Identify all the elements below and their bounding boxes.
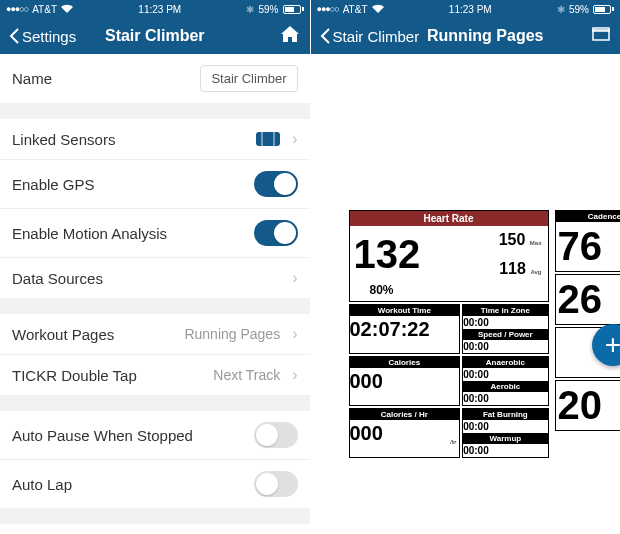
nav-bar: Settings Stair Climber (0, 18, 310, 54)
clock: 11:23 PM (138, 4, 181, 15)
row-label: Data Sources (12, 270, 103, 287)
hr-avg: 118 (499, 260, 526, 277)
linked-sensors-row[interactable]: Linked Sensors › (0, 119, 310, 159)
row-label: Auto Lap (12, 476, 72, 493)
chevron-right-icon: › (292, 366, 297, 384)
anaerobic-value: 00:00 (463, 368, 547, 381)
row-value: Running Pages (184, 326, 280, 342)
workout-time-value: 02:07:22 (350, 316, 460, 343)
chevron-right-icon: › (292, 269, 297, 287)
auto-lap-row: Auto Lap (0, 459, 310, 508)
tile-header: Speed / Power (463, 329, 547, 340)
back-button[interactable]: Settings (8, 28, 76, 45)
auto-pause-row: Auto Pause When Stopped (0, 411, 310, 459)
row-label: Enable Motion Analysis (12, 225, 167, 242)
carrier-label: AT&T (32, 4, 57, 15)
data-sources-row[interactable]: Data Sources › (0, 257, 310, 298)
hr-tile: Heart Rate 132 150 Max 118 Avg 80% (349, 210, 549, 302)
row-label: TICKR Double Tap (12, 367, 137, 384)
tile-header: Workout Time (350, 305, 460, 316)
plus-icon: + (605, 329, 620, 361)
hr-value: 132 (350, 226, 481, 283)
nav-bar: Stair Climber Running Pages (311, 18, 621, 54)
clock: 11:23 PM (449, 4, 492, 15)
left-screenshot: ●●●○○ AT&T 11:23 PM ✱ 59% Settings Stair… (0, 0, 311, 534)
time-zone-value: 00:00 (463, 316, 547, 329)
bluetooth-icon: ✱ (246, 4, 254, 15)
tile-header: Anaerobic (463, 357, 547, 368)
sensor-icon (256, 132, 280, 146)
motion-toggle[interactable] (254, 220, 298, 246)
home-button[interactable] (280, 25, 300, 47)
enable-motion-row: Enable Motion Analysis (0, 208, 310, 257)
chevron-right-icon: › (292, 325, 297, 343)
cal-hr-value: 000/hr (350, 420, 460, 447)
tickr-row[interactable]: TICKR Double Tap Next Track› (0, 354, 310, 395)
name-label: Name (12, 70, 52, 87)
name-input[interactable]: Stair Climber (200, 65, 297, 92)
settings-list: Name Stair Climber Linked Sensors › Enab… (0, 54, 310, 534)
back-button[interactable]: Stair Climber (319, 28, 420, 45)
enable-gps-row: Enable GPS (0, 159, 310, 208)
tile-header: Cadence (556, 211, 621, 222)
calories-value: 000 (350, 368, 460, 395)
chevron-left-icon (319, 28, 331, 44)
row-value: Next Track (213, 367, 280, 383)
name-row[interactable]: Name Stair Climber (0, 54, 310, 103)
tile-header: Calories / Hr (350, 409, 460, 420)
aerobic-value: 00:00 (463, 392, 547, 405)
carrier-label: AT&T (343, 4, 368, 15)
wifi-icon (61, 4, 73, 15)
tile-header: Heart Rate (350, 211, 548, 226)
row-label: Linked Sensors (12, 131, 115, 148)
signal-dots: ●●●○○ (6, 4, 28, 14)
row-label: Auto Pause When Stopped (12, 427, 193, 444)
status-bar: ●●●○○ AT&T 11:23 PM ✱ 59% (311, 0, 621, 18)
right-screenshot: ●●●○○ AT&T 11:23 PM ✱ 59% Stair Climber … (311, 0, 621, 534)
cadence-value: 76 (556, 222, 621, 271)
folder-button[interactable] (592, 27, 610, 45)
pages-preview[interactable]: Heart Rate 132 150 Max 118 Avg 80% Worko… (311, 54, 621, 534)
warmup-value: 00:00 (463, 444, 547, 457)
tile-header: Fat Burning (463, 409, 547, 420)
hr-percent: 80% (350, 283, 548, 301)
home-icon (280, 25, 300, 43)
auto-pause-toggle[interactable] (254, 422, 298, 448)
side-value-2: 26 (556, 275, 621, 324)
row-label: Enable GPS (12, 176, 95, 193)
battery-icon (283, 5, 304, 14)
signal-dots: ●●●○○ (317, 4, 339, 14)
tile-header: Warmup (463, 433, 547, 444)
chevron-left-icon (8, 28, 20, 44)
battery-pct: 59% (569, 4, 589, 15)
wifi-icon (372, 4, 384, 15)
status-bar: ●●●○○ AT&T 11:23 PM ✱ 59% (0, 0, 310, 18)
data-page-main[interactable]: Heart Rate 132 150 Max 118 Avg 80% Worko… (349, 210, 549, 460)
folder-icon (592, 27, 610, 41)
tile-header: Time in Zone (463, 305, 547, 316)
audio-row[interactable]: Audio Announcements › (0, 524, 310, 534)
tile-header: Calories (350, 357, 460, 368)
data-page-side[interactable]: Cadence 76 26 4 20 (555, 210, 621, 433)
chevron-right-icon: › (292, 130, 297, 148)
auto-lap-toggle[interactable] (254, 471, 298, 497)
hr-max: 150 (499, 231, 526, 248)
workout-pages-row[interactable]: Workout Pages Running Pages› (0, 314, 310, 354)
bluetooth-icon: ✱ (557, 4, 565, 15)
battery-icon (593, 5, 614, 14)
row-label: Workout Pages (12, 326, 114, 343)
side-value-4: 20 (556, 381, 621, 430)
battery-pct: 59% (258, 4, 278, 15)
fat-value: 00:00 (463, 420, 547, 433)
tile-header: Aerobic (463, 381, 547, 392)
gps-toggle[interactable] (254, 171, 298, 197)
back-label: Settings (22, 28, 76, 45)
back-label: Stair Climber (333, 28, 420, 45)
speed-value: 00:00 (463, 340, 547, 353)
